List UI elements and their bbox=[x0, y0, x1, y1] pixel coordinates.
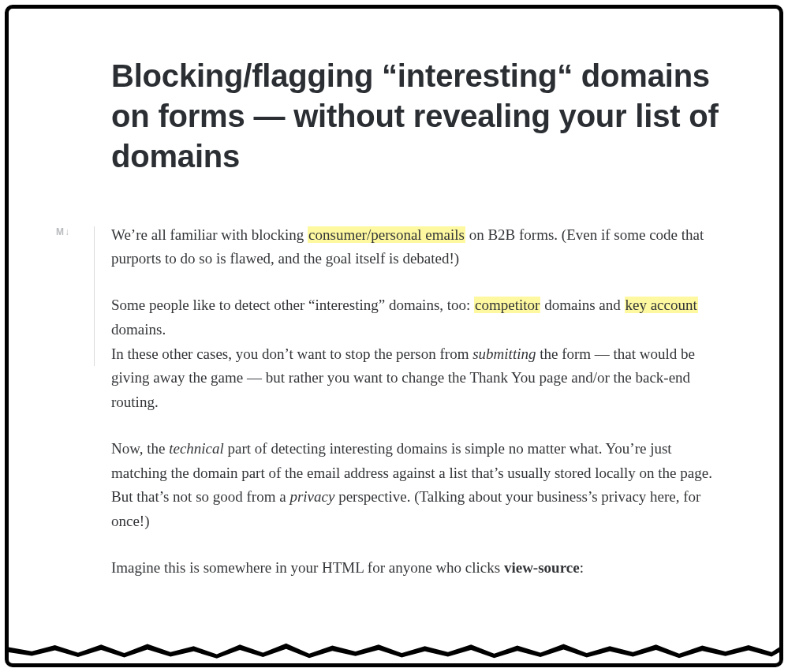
markdown-badge-icon: M↓ bbox=[56, 226, 70, 237]
text: Now, the bbox=[111, 440, 169, 457]
highlight: consumer/personal emails bbox=[308, 226, 465, 243]
paragraph: We’re all familiar with blocking consume… bbox=[111, 223, 729, 272]
text: domains and bbox=[540, 297, 624, 313]
paragraph: Some people like to detect other “intere… bbox=[111, 293, 729, 342]
vertical-rule bbox=[94, 226, 95, 366]
prose: We’re all familiar with blocking consume… bbox=[111, 223, 732, 581]
italic: submitting bbox=[472, 345, 536, 362]
article-title: Blocking/flagging “interesting“ domains … bbox=[111, 56, 724, 177]
paragraph: In these other cases, you don’t want to … bbox=[111, 342, 729, 415]
text: In these other cases, you don’t want to … bbox=[111, 345, 472, 362]
text: Imagine this is somewhere in your HTML f… bbox=[111, 559, 504, 576]
page-content: Blocking/flagging “interesting“ domains … bbox=[9, 9, 779, 663]
text: Some people like to detect other “intere… bbox=[111, 297, 474, 313]
text: We’re all familiar with blocking bbox=[111, 226, 308, 243]
document-frame: Blocking/flagging “interesting“ domains … bbox=[5, 5, 783, 667]
highlight: key account bbox=[625, 297, 698, 313]
paragraph: Now, the technical part of detecting int… bbox=[111, 437, 729, 534]
italic: technical bbox=[169, 440, 224, 457]
text: : bbox=[580, 559, 584, 576]
article-body: M↓ We’re all familiar with blocking cons… bbox=[56, 223, 732, 581]
highlight: competitor bbox=[474, 297, 540, 313]
paragraph: Imagine this is somewhere in your HTML f… bbox=[111, 556, 729, 581]
quoted-intro: We’re all familiar with blocking consume… bbox=[111, 223, 729, 342]
gutter: M↓ bbox=[56, 223, 111, 237]
italic: privacy bbox=[289, 488, 334, 505]
bold: view-source bbox=[504, 559, 580, 576]
text: domains. bbox=[111, 321, 166, 338]
